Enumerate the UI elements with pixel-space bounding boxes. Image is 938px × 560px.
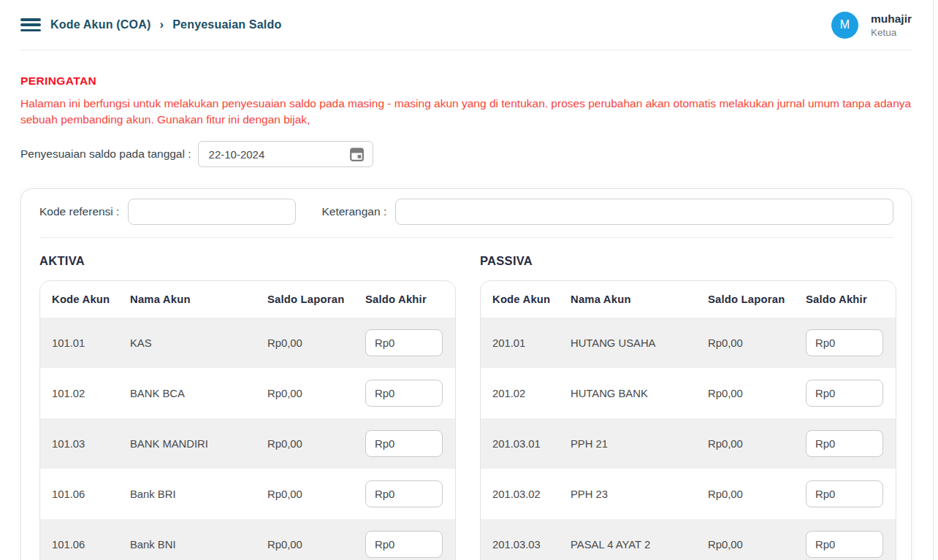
passiva-table: Kode Akun Nama Akun Saldo Laporan Saldo … [480,280,896,560]
page-scrollbar[interactable] [933,0,938,560]
adjustment-date-field[interactable] [198,141,373,167]
table-row: 101.02 BANK BCA Rp0,00 [40,368,455,418]
user-name: muhajir [871,12,912,26]
column-header-saldo-akhir: Saldo Akhir [806,294,896,305]
report-balance-cell: Rp0,00 [267,388,365,399]
account-name-cell: Bank BRI [130,488,267,500]
account-name-cell: BANK MANDIRI [130,438,267,450]
final-balance-input[interactable] [806,380,883,407]
account-name-cell: PPH 21 [571,438,708,450]
account-name-cell: HUTANG USAHA [571,337,708,349]
account-code-cell: 201.03.02 [492,488,571,500]
table-row: 201.03.03 PASAL 4 AYAT 2 Rp0,00 [481,519,896,560]
final-balance-input[interactable] [806,531,883,558]
report-balance-cell: Rp0,00 [708,388,806,399]
report-balance-cell: Rp0,00 [708,438,806,450]
account-code-cell: 101.02 [52,388,130,399]
report-balance-cell: Rp0,00 [267,337,365,349]
warning-text: Halaman ini berfungsi untuk melakukan pe… [20,96,912,127]
description-input[interactable] [395,199,893,225]
passiva-title: PASSIVA [480,254,896,268]
column-header-saldo-laporan: Saldo Laporan [267,294,365,305]
account-name-cell: PPH 23 [571,488,708,500]
menu-icon[interactable] [20,18,41,31]
table-row: 101.03 BANK MANDIRI Rp0,00 [40,418,455,469]
account-code-cell: 201.01 [492,337,571,349]
account-code-cell: 101.06 [52,539,130,551]
breadcrumb-current[interactable]: Penyesuaian Saldo [172,18,281,31]
column-header-nama: Nama Akun [571,294,708,305]
reference-code-label: Kode referensi : [39,205,119,218]
report-balance-cell: Rp0,00 [267,539,365,551]
final-balance-input[interactable] [365,531,443,558]
adjustment-card: Kode referensi : Keterangan : AKTIVA Kod… [20,188,912,560]
final-balance-input[interactable] [806,480,883,507]
final-balance-input[interactable] [806,430,883,457]
column-header-kode: Kode Akun [492,294,571,305]
report-balance-cell: Rp0,00 [708,488,806,500]
reference-code-input[interactable] [128,199,296,225]
final-balance-input[interactable] [806,329,883,356]
column-header-saldo-akhir: Saldo Akhir [365,294,455,305]
adjustment-date-input[interactable] [207,147,344,161]
final-balance-input[interactable] [365,329,443,356]
table-row: 201.03.02 PPH 23 Rp0,00 [481,469,896,519]
final-balance-input[interactable] [365,380,443,407]
top-bar: Kode Akun (COA) › Penyesuaian Saldo M mu… [20,0,912,50]
account-code-cell: 101.06 [52,488,130,500]
account-name-cell: KAS [130,337,267,349]
aktiva-table: Kode Akun Nama Akun Saldo Laporan Saldo … [39,280,456,560]
account-code-cell: 201.03.03 [492,539,571,551]
warning-block: PERINGATAN Halaman ini berfungsi untuk m… [20,74,912,127]
table-row: 201.01 HUTANG USAHA Rp0,00 [481,318,896,368]
chevron-right-icon: › [160,18,164,32]
account-code-cell: 201.02 [492,388,571,399]
calendar-icon[interactable] [350,147,364,161]
breadcrumb-section[interactable]: Kode Akun (COA) [50,18,151,31]
table-row: 101.01 KAS Rp0,00 [40,318,455,368]
warning-title: PERINGATAN [20,74,912,88]
table-row: 101.06 Bank BRI Rp0,00 [40,469,455,519]
reference-row: Kode referensi : Keterangan : [39,189,893,237]
aktiva-title: AKTIVA [39,254,456,268]
avatar[interactable]: M [831,12,858,39]
table-row: 101.06 Bank BNI Rp0,00 [40,519,455,560]
account-code-cell: 201.03.01 [492,438,571,450]
table-row: 201.03.01 PPH 21 Rp0,00 [481,418,896,469]
passiva-table-header: Kode Akun Nama Akun Saldo Laporan Saldo … [481,281,896,318]
report-balance-cell: Rp0,00 [267,438,365,450]
report-balance-cell: Rp0,00 [708,337,806,349]
aktiva-table-header: Kode Akun Nama Akun Saldo Laporan Saldo … [40,281,455,318]
report-balance-cell: Rp0,00 [267,488,365,500]
user-menu[interactable]: M muhajir Ketua [831,12,912,39]
account-code-cell: 101.03 [52,438,130,450]
report-balance-cell: Rp0,00 [708,539,806,551]
table-row: 201.02 HUTANG BANK Rp0,00 [481,368,896,418]
aktiva-section: AKTIVA Kode Akun Nama Akun Saldo Laporan… [39,254,456,560]
account-code-cell: 101.01 [52,337,130,349]
divider [39,237,893,238]
account-name-cell: HUTANG BANK [571,388,708,399]
account-name-cell: Bank BNI [130,539,267,551]
adjustment-date-label: Penyesuaian saldo pada tanggal : [20,147,191,161]
column-header-nama: Nama Akun [130,294,267,305]
column-header-kode: Kode Akun [52,294,130,305]
adjustment-date-row: Penyesuaian saldo pada tanggal : [20,141,912,167]
account-name-cell: BANK BCA [130,388,267,399]
account-name-cell: PASAL 4 AYAT 2 [571,539,708,551]
user-role: Ketua [871,27,912,38]
final-balance-input[interactable] [365,430,443,457]
passiva-section: PASSIVA Kode Akun Nama Akun Saldo Lapora… [480,254,896,560]
description-label: Keterangan : [321,205,386,218]
column-header-saldo-laporan: Saldo Laporan [708,294,806,305]
final-balance-input[interactable] [365,480,443,507]
